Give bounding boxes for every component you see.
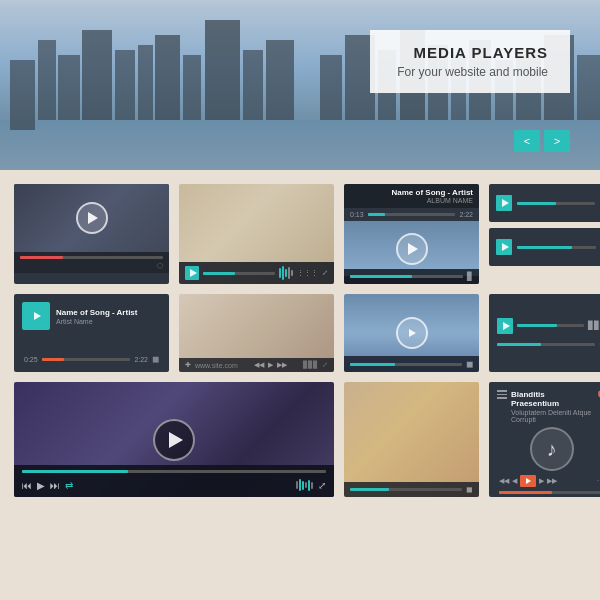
next-ctrl-large[interactable]: ⏭	[50, 480, 60, 491]
hero-prev-button[interactable]: <	[514, 130, 540, 152]
progress-bar-1[interactable]	[20, 256, 163, 259]
volume-icon-main[interactable]: ◼	[152, 354, 159, 364]
ff-ctrl[interactable]: ▶	[539, 477, 544, 485]
play-button-photo[interactable]	[185, 266, 199, 280]
prev-ctrl[interactable]: ◀◀	[499, 477, 509, 485]
shuffle-icon-large[interactable]: ⇄	[65, 480, 73, 491]
progress-bar-r2c4-2[interactable]	[497, 343, 595, 346]
play-icon-photo	[190, 269, 197, 277]
photo-player-hand: ⋮⋮⋮ ⤢	[179, 184, 334, 284]
next-icon[interactable]: ▶▶	[277, 361, 287, 369]
play-button-main[interactable]	[22, 302, 50, 330]
svg-rect-11	[266, 40, 294, 120]
photo-player-city-small: ◼	[344, 294, 479, 372]
play-button-city-small[interactable]	[396, 317, 428, 349]
hero-navigation: < >	[514, 130, 570, 152]
dots-icon: ⋮⋮⋮	[297, 269, 318, 277]
next-ctrl[interactable]: ▶▶	[547, 477, 557, 485]
minimal-audio-col4: ◼ ▊	[489, 184, 600, 284]
progress-bar-photo[interactable]	[203, 272, 275, 275]
play-ctrl-playlist[interactable]	[520, 475, 536, 487]
svg-rect-22	[577, 55, 600, 120]
players-grid: ⬡ ⋮⋮⋮	[0, 170, 600, 511]
song-name-main: Name of Song - Artist	[56, 308, 161, 317]
photo-player-hands-bottom: ◼	[344, 382, 479, 497]
svg-rect-2	[38, 40, 56, 120]
share-icon-1[interactable]: ⬡	[157, 262, 163, 270]
progress-fill-city-small	[350, 363, 395, 366]
bars-icon-r2c4: ▊▊▊	[588, 321, 600, 330]
progress-fill-song	[368, 213, 386, 216]
playlist-title: Blanditis Praesentium	[511, 390, 594, 408]
progress-fill-main	[42, 358, 64, 361]
playlist-player: Blanditis Praesentium Voluptatem Delenit…	[489, 382, 600, 497]
playlist-subtitle: Voluptatem Deleniti Atque Corrupti	[511, 409, 594, 423]
play-icon-laptop[interactable]: ▶	[268, 361, 273, 369]
progress-fill-photo	[203, 272, 235, 275]
progress-fill-1	[20, 256, 63, 259]
time-total-main: 2:22	[134, 356, 148, 363]
hero-subtitle: For your website and mobile	[392, 65, 548, 79]
waveform-photo	[279, 265, 293, 281]
large-controls: ⏮ ▶ ⏭ ⇄ ⤢	[22, 477, 326, 493]
site-label: www.site.com	[195, 362, 238, 369]
play-icon-city-small	[409, 329, 416, 337]
expand-icon-2[interactable]: ⤢	[322, 361, 328, 369]
audio-bar-player-1: ◼	[489, 184, 600, 222]
svg-rect-3	[58, 55, 80, 120]
progress-bar-city-small[interactable]	[350, 363, 462, 366]
prev-ctrl-large[interactable]: ⏮	[22, 480, 32, 491]
svg-rect-6	[138, 45, 153, 120]
expand-icon[interactable]: ⤢	[322, 269, 328, 277]
svg-rect-0	[0, 120, 600, 170]
progress-bar-main[interactable]	[42, 358, 131, 361]
progress-bar-bar[interactable]	[517, 202, 595, 205]
song-info-player: Name of Song - Artist ALBUM NAME 0:13 2:…	[344, 184, 479, 284]
svg-rect-4	[82, 30, 112, 120]
music-note-button[interactable]: ♪	[530, 427, 574, 471]
progress-bar-large[interactable]	[22, 470, 326, 473]
svg-rect-7	[155, 35, 180, 120]
song-player-main: Name of Song - Artist Artist Name 0:25 2…	[14, 294, 169, 372]
progress-fill-bar-2	[517, 246, 572, 249]
play-button-song[interactable]	[396, 233, 428, 265]
svg-rect-10	[243, 50, 263, 120]
svg-rect-12	[320, 55, 342, 120]
svg-rect-8	[183, 55, 201, 120]
progress-bar-bottom[interactable]	[350, 275, 463, 278]
vol-icon-hands[interactable]: ◼	[466, 485, 473, 494]
rew-ctrl[interactable]: ◀	[512, 477, 517, 485]
audio-bar-player-3: ▊▊▊ ⚙	[489, 294, 600, 372]
play-button-large[interactable]	[153, 419, 195, 461]
play-ctrl-large[interactable]: ▶	[37, 480, 45, 491]
progress-bar-song[interactable]	[368, 213, 456, 216]
progress-bar-hands[interactable]	[350, 488, 462, 491]
play-button-bar[interactable]	[496, 195, 512, 211]
add-icon: ✚	[185, 361, 191, 369]
large-video-player: ⏮ ▶ ⏭ ⇄ ⤢	[14, 382, 334, 497]
progress-fill-large	[22, 470, 128, 473]
video-player-small-1: ⬡	[14, 184, 169, 284]
svg-rect-1	[10, 60, 35, 130]
progress-bar-playlist[interactable]	[499, 491, 600, 494]
svg-rect-9	[205, 20, 240, 120]
prev-icon[interactable]: ◀◀	[254, 361, 264, 369]
play-icon-large	[169, 432, 183, 448]
album-name-display: ALBUM NAME	[350, 197, 473, 204]
song-artist-main: Artist Name	[56, 318, 161, 325]
expand-large[interactable]: ⤢	[318, 480, 326, 491]
progress-fill-bar	[517, 202, 556, 205]
progress-fill-r2c4	[517, 324, 557, 327]
volume-icon-city[interactable]: ◼	[466, 359, 473, 369]
play-button-bar-2[interactable]	[496, 239, 512, 255]
progress-bar-r2c4[interactable]	[517, 324, 584, 327]
play-button-r2c4[interactable]	[497, 318, 513, 334]
volume-icon-1[interactable]: ▊	[467, 272, 473, 281]
play-icon-main	[34, 312, 41, 320]
menu-icon[interactable]	[497, 390, 507, 399]
play-icon-song	[408, 243, 418, 255]
progress-bar-bar-2[interactable]	[517, 246, 596, 249]
time-total-1: 2:22	[459, 211, 473, 218]
hero-next-button[interactable]: >	[544, 130, 570, 152]
play-button-1[interactable]	[76, 202, 108, 234]
